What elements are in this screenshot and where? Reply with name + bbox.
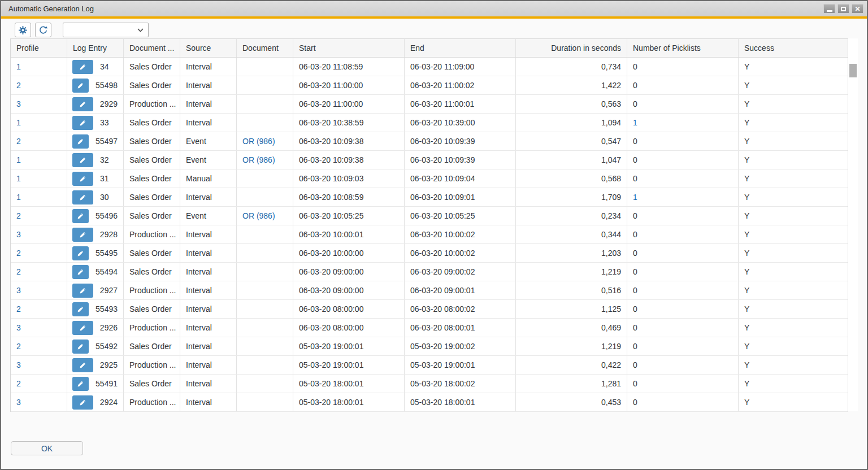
document-type-text: Sales Order	[129, 193, 172, 202]
source-text: Interval	[186, 267, 212, 276]
ok-button[interactable]: OK	[11, 441, 83, 455]
pencil-icon	[77, 343, 84, 350]
profile-link[interactable]: 2	[16, 267, 21, 276]
table-row: 2 55492 Sales Order Interval 05-03-20 19…	[11, 337, 848, 356]
profile-link[interactable]: 2	[16, 379, 21, 388]
profile-link[interactable]: 1	[16, 193, 21, 202]
edit-log-entry-button[interactable]	[72, 265, 89, 279]
edit-log-entry-button[interactable]	[72, 134, 89, 149]
edit-log-entry-button[interactable]	[72, 153, 93, 167]
pencil-icon	[77, 250, 84, 257]
pencil-icon	[79, 231, 86, 238]
end-timestamp: 05-03-20 19:00:01	[410, 360, 475, 369]
document-link[interactable]: OR (986)	[242, 211, 275, 220]
source-text: Manual	[186, 174, 212, 183]
profile-link[interactable]: 1	[16, 174, 21, 183]
edit-log-entry-button[interactable]	[72, 377, 89, 391]
column-header-profile[interactable]: Profile	[11, 39, 67, 57]
column-header-duration[interactable]: Duration in seconds	[516, 39, 627, 57]
source-text: Interval	[186, 249, 212, 258]
edit-log-entry-button[interactable]	[72, 284, 93, 298]
edit-log-entry-button[interactable]	[72, 190, 93, 204]
document-type-text: Production ...	[129, 360, 176, 369]
profile-link[interactable]: 2	[16, 137, 21, 146]
source-text: Interval	[186, 81, 212, 90]
document-type-text: Sales Order	[129, 211, 172, 220]
profile-link[interactable]: 2	[16, 304, 21, 314]
edit-log-entry-button[interactable]	[72, 228, 93, 242]
start-timestamp: 06-03-20 10:05:25	[299, 211, 363, 220]
success-flag: Y	[744, 230, 749, 239]
accent-bar	[1, 16, 867, 19]
table-row: 1 31 Sales Order Manual 06-03-20 10:09:0…	[11, 169, 848, 188]
edit-log-entry-button[interactable]	[72, 395, 93, 410]
log-entry-number: 2928	[100, 230, 118, 239]
document-type-text: Sales Order	[129, 137, 172, 146]
profile-link[interactable]: 3	[16, 286, 21, 295]
maximize-button[interactable]	[837, 4, 849, 14]
edit-log-entry-button[interactable]	[72, 358, 93, 372]
log-entry-number: 34	[100, 62, 109, 71]
pencil-icon	[79, 362, 86, 369]
edit-log-entry-button[interactable]	[72, 116, 93, 130]
refresh-button[interactable]	[35, 23, 51, 37]
duration-value: 1,422	[601, 81, 621, 90]
edit-log-entry-button[interactable]	[72, 209, 89, 223]
profile-link[interactable]: 1	[16, 118, 21, 127]
scrollbar-thumb[interactable]	[849, 64, 857, 77]
close-button[interactable]: ✕	[852, 4, 863, 14]
profile-link[interactable]: 2	[16, 249, 21, 258]
profile-link[interactable]: 2	[16, 342, 21, 351]
profile-link[interactable]: 3	[16, 230, 21, 239]
edit-log-entry-button[interactable]	[72, 172, 93, 186]
source-text: Interval	[186, 99, 212, 108]
column-header-source[interactable]: Source	[180, 39, 237, 57]
duration-value: 1,219	[601, 267, 621, 276]
vertical-scrollbar[interactable]	[848, 38, 858, 411]
column-header-document[interactable]: Document	[237, 39, 293, 57]
profile-link[interactable]: 2	[16, 81, 21, 90]
profile-link[interactable]: 3	[16, 323, 21, 332]
edit-log-entry-button[interactable]	[72, 79, 89, 93]
column-header-end[interactable]: End	[405, 39, 516, 57]
column-header-log-entry[interactable]: Log Entry	[67, 39, 124, 57]
column-header-document-type[interactable]: Document ...	[124, 39, 180, 57]
profile-link[interactable]: 3	[16, 99, 21, 108]
edit-log-entry-button[interactable]	[72, 246, 89, 260]
edit-log-entry-button[interactable]	[72, 302, 89, 316]
column-header-success[interactable]: Success	[739, 39, 848, 57]
start-timestamp: 06-03-20 09:00:00	[299, 286, 363, 295]
table-row: 3 2928 Production ... Interval 06-03-20 …	[11, 225, 848, 244]
profile-link[interactable]: 3	[16, 398, 21, 407]
log-entry-number: 31	[100, 174, 109, 183]
picklists-count: 0	[633, 230, 637, 239]
end-timestamp: 06-03-20 10:39:00	[410, 118, 475, 127]
column-header-start[interactable]: Start	[293, 39, 405, 57]
profile-filter-dropdown[interactable]	[63, 23, 149, 37]
document-link[interactable]: OR (986)	[242, 155, 275, 164]
log-entry-number: 2925	[100, 360, 118, 369]
source-text: Interval	[186, 379, 212, 388]
picklists-count: 0	[633, 137, 637, 146]
settings-button[interactable]	[15, 23, 31, 37]
picklists-count: 0	[633, 155, 637, 164]
success-flag: Y	[744, 360, 749, 369]
edit-log-entry-button[interactable]	[72, 97, 93, 111]
profile-link[interactable]: 1	[16, 155, 21, 164]
success-flag: Y	[744, 379, 749, 388]
log-entry-number: 2926	[100, 323, 118, 332]
document-type-text: Sales Order	[129, 174, 172, 183]
edit-log-entry-button[interactable]	[72, 60, 93, 74]
profile-link[interactable]: 1	[16, 62, 21, 71]
end-timestamp: 06-03-20 10:09:39	[410, 155, 475, 164]
profile-link[interactable]: 2	[16, 211, 21, 220]
pencil-icon	[77, 212, 84, 220]
column-header-picklists[interactable]: Number of Picklists	[627, 39, 739, 57]
minimize-button[interactable]	[823, 4, 835, 14]
edit-log-entry-button[interactable]	[72, 321, 93, 335]
profile-link[interactable]: 3	[16, 360, 21, 369]
title-bar: Automatic Generation Log ✕	[1, 1, 867, 16]
table-row: 3 2924 Production ... Interval 05-03-20 …	[11, 393, 848, 412]
edit-log-entry-button[interactable]	[72, 340, 89, 354]
document-link[interactable]: OR (986)	[242, 137, 275, 146]
